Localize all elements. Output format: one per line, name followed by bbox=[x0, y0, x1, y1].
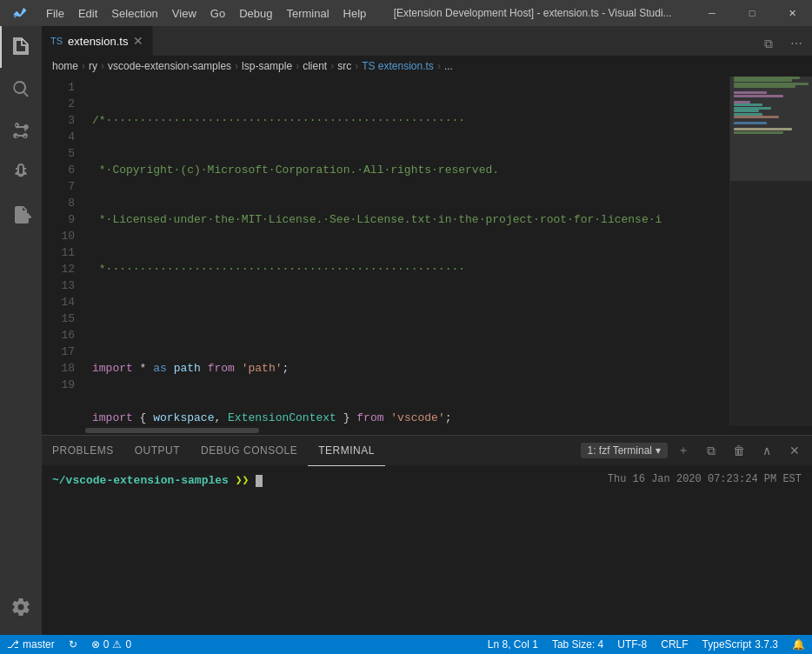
branch-name: master bbox=[23, 638, 55, 651]
app-icon bbox=[0, 5, 39, 21]
tab-close-button[interactable]: ✕ bbox=[133, 35, 143, 47]
split-terminal-button[interactable]: ⧉ bbox=[699, 438, 723, 463]
status-errors[interactable]: ⊗ 0 ⚠ 0 bbox=[84, 635, 138, 654]
panel-tab-problems[interactable]: PROBLEMS bbox=[42, 436, 124, 466]
tab-filename: extension.ts bbox=[68, 35, 128, 48]
tab-bar-actions: ⧉ ⋯ bbox=[756, 31, 812, 56]
activity-bottom bbox=[0, 586, 42, 635]
breadcrumb: home › ry › vscode-extension-samples › l… bbox=[42, 57, 812, 76]
minimap bbox=[729, 76, 812, 426]
status-position[interactable]: Ln 8, Col 1 bbox=[481, 638, 545, 651]
breadcrumb-ry[interactable]: ry bbox=[89, 60, 97, 72]
warning-icon: ⚠ bbox=[112, 638, 122, 651]
status-branch[interactable]: ⎇ master bbox=[0, 635, 62, 654]
menu-view[interactable]: View bbox=[165, 0, 203, 26]
maximize-panel-button[interactable]: ∧ bbox=[755, 438, 779, 463]
breadcrumb-samples[interactable]: vscode-extension-samples bbox=[108, 60, 231, 72]
editor-container: TS extension.ts ✕ ⧉ ⋯ home › ry › vscode… bbox=[42, 26, 812, 635]
panel-tabs: PROBLEMS OUTPUT DEBUG CONSOLE TERMINAL 1… bbox=[42, 436, 812, 466]
position-text: Ln 8, Col 1 bbox=[488, 638, 538, 651]
terminal-name: 1: fzf Terminal bbox=[588, 444, 652, 457]
menu-terminal[interactable]: Terminal bbox=[279, 0, 336, 26]
language-text: TypeScript bbox=[702, 638, 752, 651]
error-icon: ⊗ bbox=[91, 638, 100, 651]
code-line-4: *·······································… bbox=[92, 261, 729, 277]
bottom-panel: PROBLEMS OUTPUT DEBUG CONSOLE TERMINAL 1… bbox=[42, 435, 812, 635]
breadcrumb-home[interactable]: home bbox=[52, 60, 78, 72]
tab-bar: TS extension.ts ✕ ⧉ ⋯ bbox=[42, 26, 812, 57]
terminal-dropdown[interactable]: 1: fzf Terminal ▾ bbox=[581, 443, 668, 458]
main-area: TS extension.ts ✕ ⧉ ⋯ home › ry › vscode… bbox=[0, 26, 812, 635]
encoding-text: UTF-8 bbox=[617, 638, 647, 651]
activity-search[interactable] bbox=[0, 68, 42, 110]
terminal-line: Thu 16 Jan 2020 07:23:24 PM EST ~/vscode… bbox=[52, 473, 802, 487]
split-editor-button[interactable]: ⧉ bbox=[756, 31, 781, 56]
status-encoding[interactable]: UTF-8 bbox=[610, 638, 654, 651]
menu-selection[interactable]: Selection bbox=[104, 0, 164, 26]
minimize-button[interactable]: ─ bbox=[692, 0, 732, 26]
activity-explorer[interactable] bbox=[0, 26, 42, 68]
code-line-3: *·Licensed·under·the·MIT·License.·See·Li… bbox=[92, 211, 729, 228]
activity-debug[interactable] bbox=[0, 151, 42, 193]
status-bar: ⎇ master ↻ ⊗ 0 ⚠ 0 Ln 8, Col 1 Tab Size:… bbox=[0, 635, 812, 654]
status-notifications[interactable]: 🔔 bbox=[785, 638, 812, 651]
tab-extension-ts[interactable]: TS extension.ts ✕ bbox=[42, 26, 153, 56]
menu-go[interactable]: Go bbox=[203, 0, 232, 26]
menu-bar: File Edit Selection View Go Debug Termin… bbox=[39, 0, 373, 26]
code-line-1: /*······································… bbox=[92, 112, 729, 129]
horizontal-scrollbar[interactable] bbox=[42, 426, 812, 435]
terminal-path: ~/vscode-extension-samples bbox=[52, 474, 229, 487]
panel-right-actions: 1: fzf Terminal ▾ ＋ ⧉ 🗑 ∧ ✕ bbox=[581, 438, 812, 463]
more-tabs-button[interactable]: ⋯ bbox=[784, 31, 809, 56]
code-area[interactable]: 1 2 3 4 5 6 7 8 9 10 11 12 13 14 15 16 1… bbox=[42, 76, 812, 426]
warning-count: 0 bbox=[125, 638, 131, 651]
status-tab-size[interactable]: Tab Size: 4 bbox=[545, 638, 610, 651]
status-language[interactable]: TypeScript 3.7.3 bbox=[696, 638, 785, 651]
breadcrumb-client[interactable]: client bbox=[303, 60, 327, 72]
breadcrumb-lsp-sample[interactable]: lsp-sample bbox=[242, 60, 292, 72]
close-panel-button[interactable]: ✕ bbox=[782, 438, 807, 463]
title-bar: File Edit Selection View Go Debug Termin… bbox=[0, 0, 812, 26]
code-line-7: import { workspace, ExtensionContext } f… bbox=[92, 410, 729, 426]
activity-settings[interactable] bbox=[0, 586, 42, 628]
terminal-prompt: ❯❯ bbox=[236, 474, 256, 487]
kill-terminal-button[interactable]: 🗑 bbox=[727, 438, 751, 463]
menu-help[interactable]: Help bbox=[336, 0, 374, 26]
terminal-cursor bbox=[256, 475, 263, 487]
tab-lang: TS bbox=[50, 36, 63, 46]
code-line-6: import * as path from 'path'; bbox=[92, 360, 729, 377]
activity-extensions[interactable] bbox=[0, 193, 42, 235]
maximize-button[interactable]: □ bbox=[732, 0, 772, 26]
breadcrumb-ts[interactable]: TS extension.ts bbox=[362, 60, 434, 72]
scroll-thumb[interactable] bbox=[85, 428, 259, 433]
tab-size-text: Tab Size: 4 bbox=[552, 638, 603, 651]
line-ending-text: CRLF bbox=[661, 638, 688, 651]
window-title: [Extension Development Host] - extension… bbox=[373, 7, 692, 19]
terminal-timestamp: Thu 16 Jan 2020 07:23:24 PM EST bbox=[608, 473, 802, 485]
language-version: 3.7.3 bbox=[755, 638, 778, 651]
menu-file[interactable]: File bbox=[39, 0, 71, 26]
status-line-ending[interactable]: CRLF bbox=[654, 638, 695, 651]
new-terminal-button[interactable]: ＋ bbox=[671, 438, 696, 463]
code-editor[interactable]: /*······································… bbox=[85, 76, 729, 426]
error-count: 0 bbox=[103, 638, 110, 651]
menu-edit[interactable]: Edit bbox=[71, 0, 104, 26]
panel-tab-debug-console[interactable]: DEBUG CONSOLE bbox=[190, 436, 308, 466]
status-right: Ln 8, Col 1 Tab Size: 4 UTF-8 CRLF TypeS… bbox=[481, 638, 812, 651]
panel-tab-output[interactable]: OUTPUT bbox=[124, 436, 190, 466]
close-button[interactable]: ✕ bbox=[772, 0, 812, 26]
breadcrumb-more[interactable]: ... bbox=[444, 60, 453, 72]
status-sync[interactable]: ↻ bbox=[62, 635, 84, 654]
activity-source-control[interactable] bbox=[0, 110, 42, 151]
panel-tab-terminal[interactable]: TERMINAL bbox=[308, 436, 385, 466]
menu-debug[interactable]: Debug bbox=[232, 0, 279, 26]
code-line-2: *·Copyright·(c)·Microsoft·Corporation.·A… bbox=[92, 162, 729, 178]
activity-bar bbox=[0, 26, 42, 635]
terminal-content[interactable]: Thu 16 Jan 2020 07:23:24 PM EST ~/vscode… bbox=[42, 466, 812, 635]
terminal-chevron-icon: ▾ bbox=[656, 444, 661, 457]
notification-icon: 🔔 bbox=[792, 638, 805, 651]
code-line-5 bbox=[92, 310, 729, 327]
window-controls: ─ □ ✕ bbox=[692, 0, 812, 26]
breadcrumb-src[interactable]: src bbox=[337, 60, 351, 72]
sync-icon: ↻ bbox=[69, 638, 77, 651]
